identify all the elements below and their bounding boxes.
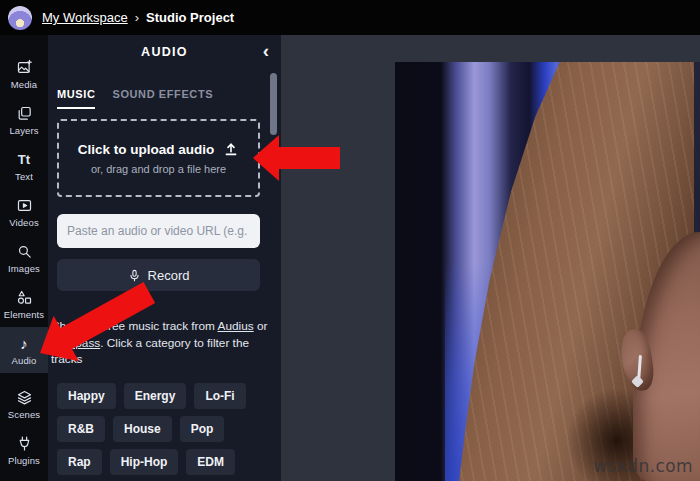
sidebar-item-label: Text — [15, 171, 33, 182]
panel-scrollbar[interactable] — [270, 73, 277, 135]
sidebar-item-label: Media — [11, 79, 37, 90]
highpass-link[interactable]: Highpass — [51, 336, 100, 350]
sidebar: MediaLayersTtTextVideosImagesElements♪Au… — [0, 35, 48, 481]
audio-url-input[interactable] — [57, 214, 260, 248]
tab-music[interactable]: MUSIC — [57, 88, 95, 109]
breadcrumb-project-title: Studio Project — [146, 10, 234, 25]
category-edm[interactable]: EDM — [186, 449, 235, 475]
scenes-icon — [16, 388, 33, 406]
category-house[interactable]: House — [113, 416, 172, 442]
panel-tabs: MUSIC SOUND EFFECTS — [57, 88, 213, 109]
sidebar-item-images[interactable]: Images — [0, 235, 48, 281]
tab-sound-effects[interactable]: SOUND EFFECTS — [112, 88, 213, 109]
library-description: Choose a free music track from Audius or… — [51, 318, 270, 368]
category-filters: HappyEnergyLo-FiR&BHousePopRapHip-HopEDM — [57, 383, 263, 475]
category-hip-hop[interactable]: Hip-Hop — [110, 449, 179, 475]
upload-subtitle: or, drag and drop a file here — [91, 163, 226, 175]
collapse-panel-icon[interactable]: ‹ — [259, 41, 273, 60]
audio-panel: AUDIO ‹ MUSIC SOUND EFFECTS Click to upl… — [48, 35, 281, 481]
app-window: My Workspace › Studio Project MediaLayer… — [0, 0, 700, 481]
sidebar-item-videos[interactable]: Videos — [0, 189, 48, 235]
sidebar-item-label: Audio — [12, 355, 37, 366]
panel-title: AUDIO — [48, 45, 281, 59]
microphone-icon — [128, 268, 141, 283]
category-energy[interactable]: Energy — [124, 383, 187, 409]
category-lo-fi[interactable]: Lo-Fi — [194, 383, 245, 409]
layers-icon — [16, 104, 33, 122]
sidebar-item-label: Videos — [9, 217, 38, 228]
record-button[interactable]: Record — [57, 259, 260, 291]
upload-icon — [223, 141, 239, 157]
category-r&b[interactable]: R&B — [57, 416, 105, 442]
images-icon — [16, 242, 33, 260]
sidebar-item-elements[interactable]: Elements — [0, 281, 48, 327]
sidebar-item-plugins[interactable]: Plugins — [0, 427, 48, 473]
sidebar-item-audio[interactable]: ♪Audio — [0, 327, 48, 373]
elements-icon — [16, 288, 33, 306]
sidebar-item-layers[interactable]: Layers — [0, 97, 48, 143]
breadcrumb-separator: › — [135, 10, 139, 25]
record-label: Record — [148, 268, 190, 283]
audio-icon: ♪ — [20, 334, 28, 352]
sidebar-item-label: Layers — [9, 125, 38, 136]
sidebar-item-label: Images — [8, 263, 40, 274]
category-pop[interactable]: Pop — [180, 416, 225, 442]
breadcrumb-workspace-link[interactable]: My Workspace — [42, 10, 128, 25]
category-happy[interactable]: Happy — [57, 383, 116, 409]
category-rap[interactable]: Rap — [57, 449, 102, 475]
sidebar-item-label: Scenes — [8, 409, 40, 420]
videos-icon — [16, 196, 33, 214]
plugins-icon — [16, 434, 33, 452]
watermark-text: wsxdn.com — [593, 456, 693, 476]
background-edge — [694, 62, 700, 242]
sidebar-item-scenes[interactable]: Scenes — [0, 381, 48, 427]
audius-link[interactable]: Audius — [218, 319, 254, 333]
video-preview[interactable]: wsxdn.com — [395, 62, 700, 481]
sidebar-item-label: Elements — [4, 309, 44, 320]
upload-audio-dropzone[interactable]: Click to upload audio or, drag and drop … — [57, 119, 260, 197]
top-bar: My Workspace › Studio Project — [0, 0, 700, 35]
text-icon: Tt — [18, 150, 30, 168]
upload-title: Click to upload audio — [78, 142, 215, 157]
sidebar-item-media[interactable]: Media — [0, 51, 48, 97]
app-logo[interactable] — [8, 6, 32, 30]
editor-canvas: wsxdn.com — [281, 35, 700, 481]
sidebar-item-text[interactable]: TtText — [0, 143, 48, 189]
sidebar-item-label: Plugins — [8, 455, 40, 466]
media-icon — [16, 58, 33, 76]
